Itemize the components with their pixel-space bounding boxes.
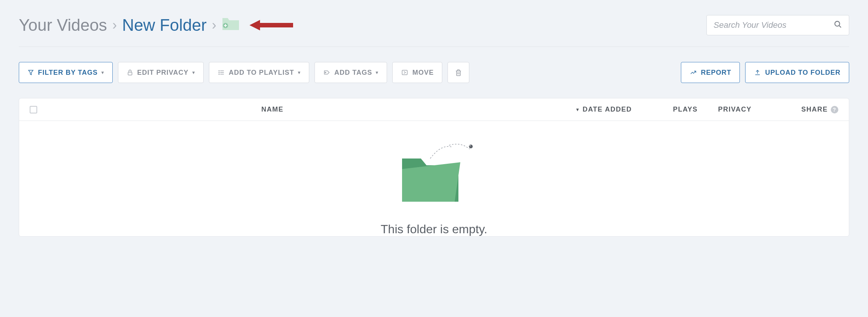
lock-icon <box>127 69 133 76</box>
column-date-added[interactable]: ▼ DATE ADDED <box>575 106 673 113</box>
delete-button[interactable] <box>448 62 469 83</box>
breadcrumb: Your Videos › New Folder › <box>19 16 294 35</box>
upload-to-folder-button[interactable]: UPLOAD TO FOLDER <box>745 62 849 83</box>
chevron-down-icon: ▾ <box>298 70 301 75</box>
trash-icon <box>455 68 462 77</box>
add-tags-button[interactable]: ADD TAGS ▾ <box>315 62 387 83</box>
add-folder-button[interactable] <box>222 16 240 35</box>
video-table: NAME ▼ DATE ADDED PLAYS PRIVACY SHARE ? … <box>19 98 849 237</box>
search-box[interactable] <box>706 15 849 35</box>
svg-point-1 <box>835 21 840 26</box>
svg-point-10 <box>325 72 326 73</box>
chevron-right-icon: › <box>212 17 216 33</box>
column-privacy[interactable]: PRIVACY <box>718 106 778 113</box>
help-icon[interactable]: ? <box>831 106 838 113</box>
filter-by-tags-button[interactable]: FILTER BY TAGS ▾ <box>19 62 113 83</box>
move-icon <box>401 69 408 76</box>
svg-line-2 <box>839 26 841 28</box>
move-button[interactable]: MOVE <box>392 62 442 83</box>
chevron-down-icon: ▾ <box>376 70 378 75</box>
svg-point-9 <box>219 74 219 75</box>
svg-point-15 <box>469 145 471 146</box>
column-plays[interactable]: PLAYS <box>673 106 718 113</box>
breadcrumb-current[interactable]: New Folder <box>122 16 207 35</box>
svg-point-14 <box>469 145 473 148</box>
list-icon <box>218 69 225 76</box>
report-button[interactable]: REPORT <box>681 62 740 83</box>
chevron-right-icon: › <box>112 17 117 33</box>
sort-desc-icon: ▼ <box>575 107 580 112</box>
empty-message: This folder is empty. <box>381 222 487 236</box>
select-all-checkbox[interactable] <box>30 106 37 113</box>
search-input[interactable] <box>714 20 834 30</box>
edit-privacy-button[interactable]: EDIT PRIVACY ▾ <box>118 62 204 83</box>
chart-icon <box>690 69 697 76</box>
empty-folder-icon <box>385 140 483 211</box>
column-name[interactable]: NAME <box>52 106 575 113</box>
svg-rect-11 <box>402 70 408 75</box>
filter-icon <box>27 69 34 76</box>
column-share[interactable]: SHARE ? <box>778 106 838 113</box>
svg-point-8 <box>219 72 219 73</box>
add-to-playlist-button[interactable]: ADD TO PLAYLIST ▾ <box>209 62 309 83</box>
chevron-down-icon: ▾ <box>192 70 195 75</box>
search-icon[interactable] <box>834 20 842 30</box>
chevron-down-icon: ▾ <box>101 70 104 75</box>
arrow-left-icon <box>249 18 294 33</box>
upload-icon <box>754 69 761 76</box>
svg-point-7 <box>219 71 219 71</box>
table-header: NAME ▼ DATE ADDED PLAYS PRIVACY SHARE ? <box>19 98 849 121</box>
svg-rect-3 <box>128 72 132 75</box>
empty-state: This folder is empty. <box>19 121 849 236</box>
tag-icon <box>323 69 331 76</box>
breadcrumb-root[interactable]: Your Videos <box>19 16 107 35</box>
